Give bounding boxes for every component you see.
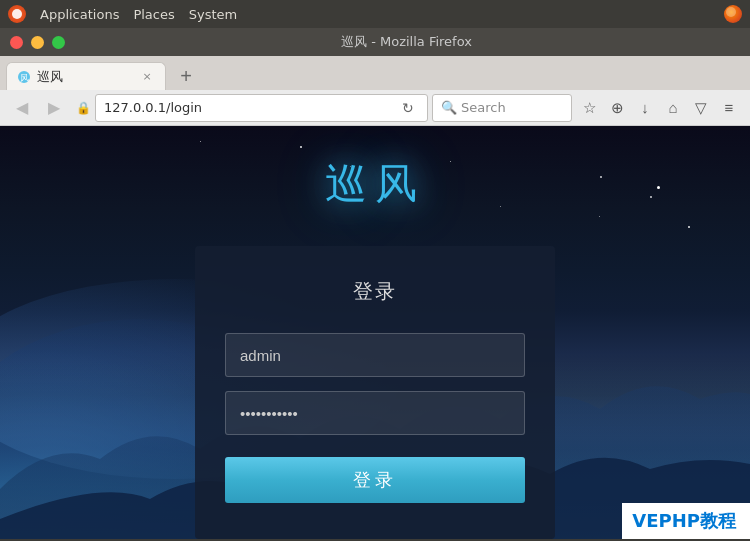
system-menu[interactable]: System (189, 7, 237, 22)
applications-menu[interactable]: Applications (40, 7, 119, 22)
star-10 (599, 216, 600, 217)
secure-icon: 🔒 (76, 101, 91, 115)
tab-favicon: 风 (17, 70, 31, 84)
os-topbar: Applications Places System (0, 0, 750, 28)
window-titlebar: 巡风 - Mozilla Firefox (0, 28, 750, 56)
search-placeholder: Search (461, 100, 506, 115)
firefox-taskbar-icon[interactable] (724, 5, 742, 23)
toolbar-right-icons: ☆ ⊕ ↓ ⌂ ▽ ≡ (576, 95, 742, 121)
window-maximize-button[interactable] (52, 36, 65, 49)
home-button[interactable]: ⌂ (660, 95, 686, 121)
window-close-button[interactable] (10, 36, 23, 49)
download-button[interactable]: ↓ (632, 95, 658, 121)
login-button[interactable]: 登录 (225, 457, 525, 503)
login-heading: 登录 (225, 278, 525, 305)
menu-button[interactable]: ≡ (716, 95, 742, 121)
address-text: 127.0.0.1/login (104, 100, 393, 115)
window-title: 巡风 - Mozilla Firefox (73, 33, 740, 51)
search-icon: 🔍 (441, 100, 457, 115)
browser-tab-active[interactable]: 风 巡风 × (6, 62, 166, 90)
star-6 (688, 226, 690, 228)
tab-close-button[interactable]: × (139, 69, 155, 85)
bookmarks-button[interactable]: ⊕ (604, 95, 630, 121)
os-topbar-right (724, 5, 742, 23)
ubuntu-logo (8, 5, 26, 23)
login-panel: 登录 登录 (195, 246, 555, 539)
star-1 (300, 146, 302, 148)
svg-text:风: 风 (20, 73, 29, 83)
bookmark-star-button[interactable]: ☆ (576, 95, 602, 121)
shield-button[interactable]: ▽ (688, 95, 714, 121)
back-button[interactable]: ◀ (8, 94, 36, 122)
new-tab-button[interactable]: + (172, 62, 200, 90)
reload-button[interactable]: ↻ (397, 97, 419, 119)
username-input[interactable] (225, 333, 525, 377)
search-box[interactable]: 🔍 Search (432, 94, 572, 122)
star-7 (200, 141, 201, 142)
forward-button[interactable]: ▶ (40, 94, 68, 122)
tab-label: 巡风 (37, 68, 133, 86)
browser-toolbar: ◀ ▶ 🔒 127.0.0.1/login ↻ 🔍 Search ☆ ⊕ ↓ ⌂… (0, 90, 750, 126)
browser-tabs: 风 巡风 × + (0, 56, 750, 90)
browser-content: 巡风 登录 登录 VEPHP教程 (0, 126, 750, 539)
places-menu[interactable]: Places (133, 7, 174, 22)
address-bar[interactable]: 127.0.0.1/login ↻ (95, 94, 428, 122)
vephp-watermark: VEPHP教程 (622, 503, 750, 539)
window-minimize-button[interactable] (31, 36, 44, 49)
password-input[interactable] (225, 391, 525, 435)
app-title: 巡风 (0, 156, 750, 212)
